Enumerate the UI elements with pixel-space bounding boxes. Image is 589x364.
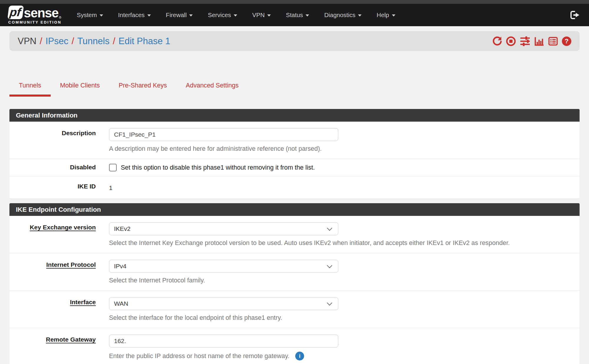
remote-gateway-help-text: Enter the public IP address or host name…: [109, 353, 289, 360]
internet-protocol-label: Internet Protocol: [9, 253, 109, 290]
ike-endpoint-panel: IKE Endpoint Configuration Key Exchange …: [9, 203, 580, 364]
general-information-header: General Information: [9, 109, 580, 122]
page-content: VPN / IPsec / Tunnels / Edit Phase 1: [0, 31, 589, 364]
description-input[interactable]: [109, 128, 338, 141]
menu-services[interactable]: Services: [208, 11, 237, 19]
key-exchange-help: Select the Internet Key Exchange protoco…: [109, 239, 580, 247]
tab-mobile-clients[interactable]: Mobile Clients: [51, 82, 109, 97]
interface-select[interactable]: WAN: [109, 297, 338, 310]
menu-firewall[interactable]: Firewall: [166, 11, 193, 19]
chevron-down-icon: [327, 263, 332, 268]
chevron-down-icon: [234, 14, 237, 16]
list-icon[interactable]: [548, 36, 558, 46]
disabled-checkbox[interactable]: [109, 164, 117, 171]
description-help: A description may be entered here for ad…: [109, 145, 580, 153]
disabled-label: Disabled: [9, 159, 109, 176]
disabled-field-cell: Set this option to disable this phase1 w…: [109, 159, 580, 176]
internet-protocol-field-cell: IPv4 Select the Internet Protocol family…: [109, 253, 580, 290]
remote-gateway-help: Enter the public IP address or host name…: [109, 352, 580, 360]
top-navbar: pf sense ® COMMUNITY EDITION System Inte…: [0, 4, 589, 26]
internet-protocol-select[interactable]: IPv4: [109, 260, 338, 273]
general-information-panel: General Information Description A descri…: [9, 109, 580, 198]
remote-gateway-field-cell: Enter the public IP address or host name…: [109, 328, 580, 364]
ike-id-row: IKE ID 1: [9, 176, 580, 198]
menu-interfaces-label: Interfaces: [118, 11, 145, 19]
remote-gateway-label: Remote Gateway: [9, 328, 109, 364]
ike-endpoint-header: IKE Endpoint Configuration: [9, 203, 580, 216]
interface-row: Interface WAN Select the interface for t…: [9, 290, 580, 328]
help-icon[interactable]: ?: [562, 37, 571, 46]
pfsense-logo-row: pf sense ®: [8, 6, 61, 19]
disabled-checkbox-label: Set this option to disable this phase1 w…: [121, 164, 315, 171]
tab-tunnels[interactable]: Tunnels: [9, 82, 51, 97]
internet-protocol-help: Select the Internet Protocol family.: [109, 277, 580, 284]
breadcrumb-actions: ?: [492, 36, 571, 46]
refresh-icon[interactable]: [492, 36, 502, 46]
tab-pre-shared-keys[interactable]: Pre-Shared Keys: [109, 82, 176, 97]
ike-endpoint-body: Key Exchange version IKEv2 Select the In…: [9, 216, 580, 364]
breadcrumb-vpn: VPN: [18, 36, 37, 47]
menu-system-label: System: [77, 11, 97, 19]
remote-gateway-row: Remote Gateway Enter the public IP addre…: [9, 328, 580, 364]
pf-logo-mark: pf: [7, 6, 24, 19]
chevron-down-icon: [327, 300, 332, 305]
help-icon-glyph: ?: [565, 37, 568, 45]
menu-firewall-label: Firewall: [166, 11, 187, 19]
menu-vpn[interactable]: VPN: [252, 11, 271, 19]
info-icon[interactable]: i: [295, 352, 304, 360]
navbar-menu: System Interfaces Firewall Services VPN …: [77, 11, 395, 19]
bar-chart-icon[interactable]: [534, 36, 544, 46]
tab-advanced-settings[interactable]: Advanced Settings: [176, 82, 248, 97]
interface-label-text: Interface: [70, 299, 96, 305]
breadcrumb-separator: /: [40, 36, 42, 47]
breadcrumb-separator: /: [113, 36, 116, 47]
interface-label: Interface: [9, 291, 109, 328]
key-exchange-select[interactable]: IKEv2: [109, 222, 338, 235]
remote-gateway-input[interactable]: [109, 335, 338, 348]
breadcrumb-separator: /: [72, 36, 74, 47]
window-top-strip: [0, 0, 589, 4]
ike-id-value: 1: [109, 183, 580, 191]
key-exchange-label-text: Key Exchange version: [30, 224, 96, 231]
sign-out-icon[interactable]: [570, 10, 581, 20]
interface-field-cell: WAN Select the interface for the local e…: [109, 291, 580, 328]
key-exchange-label: Key Exchange version: [9, 216, 109, 253]
disabled-row: Disabled Set this option to disable this…: [9, 159, 580, 176]
menu-status[interactable]: Status: [286, 11, 309, 19]
menu-vpn-label: VPN: [252, 11, 265, 19]
menu-system[interactable]: System: [77, 11, 103, 19]
breadcrumb-link-edit-phase1[interactable]: Edit Phase 1: [118, 36, 170, 47]
pfsense-page: pf sense ® COMMUNITY EDITION System Inte…: [0, 0, 589, 364]
menu-help-label: Help: [377, 11, 389, 19]
pfsense-logo[interactable]: pf sense ® COMMUNITY EDITION: [8, 6, 61, 24]
chevron-down-icon: [189, 14, 193, 16]
ike-id-field-cell: 1: [109, 176, 580, 198]
chevron-down-icon: [306, 14, 309, 16]
breadcrumb-link-ipsec[interactable]: IPsec: [45, 36, 68, 47]
menu-help[interactable]: Help: [377, 11, 395, 19]
chevron-down-icon: [267, 14, 271, 16]
menu-diagnostics-label: Diagnostics: [324, 11, 355, 19]
chevron-down-icon: [358, 14, 362, 16]
menu-interfaces[interactable]: Interfaces: [118, 11, 151, 19]
sense-logo-text: sense: [24, 7, 58, 19]
tab-bar: Tunnels Mobile Clients Pre-Shared Keys A…: [9, 82, 580, 97]
internet-protocol-select-value: IPv4: [114, 263, 126, 270]
stop-circle-icon[interactable]: [506, 36, 516, 46]
chevron-down-icon: [100, 14, 103, 16]
community-edition-label: COMMUNITY EDITION: [8, 20, 61, 24]
description-label: Description: [9, 122, 109, 159]
sliders-icon[interactable]: [520, 36, 530, 46]
chevron-down-icon: [392, 14, 395, 16]
breadcrumb: VPN / IPsec / Tunnels / Edit Phase 1: [9, 31, 580, 51]
key-exchange-row: Key Exchange version IKEv2 Select the In…: [9, 216, 580, 253]
chevron-down-icon: [147, 14, 151, 16]
menu-diagnostics[interactable]: Diagnostics: [324, 11, 362, 19]
general-information-body: Description A description may be entered…: [9, 122, 580, 198]
disabled-check-row: Set this option to disable this phase1 w…: [109, 164, 580, 171]
registered-mark: ®: [59, 16, 61, 19]
breadcrumb-link-tunnels[interactable]: Tunnels: [77, 36, 110, 47]
menu-status-label: Status: [286, 11, 303, 19]
remote-gateway-label-text: Remote Gateway: [46, 336, 96, 343]
interface-select-value: WAN: [114, 300, 128, 307]
